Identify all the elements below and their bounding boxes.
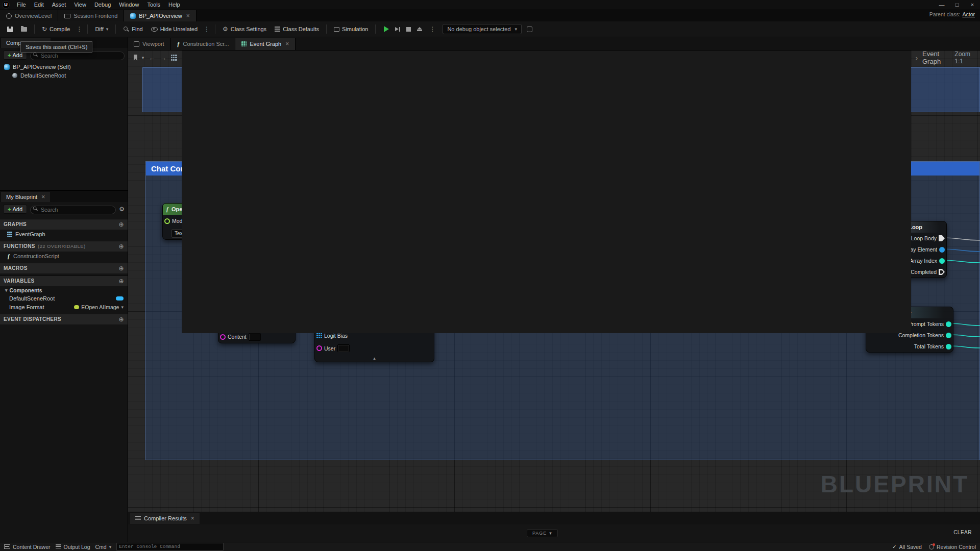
browse-button[interactable]: [18, 26, 30, 33]
menu-debug[interactable]: Debug: [90, 1, 115, 9]
debug-object-select[interactable]: No debug object selected ▾: [443, 24, 522, 34]
components-tree-root[interactable]: BP_APIOverview (Self): [0, 63, 128, 71]
play-options-icon[interactable]: ⋮: [428, 26, 436, 33]
section-variables[interactable]: VARIABLES ⊕: [0, 276, 128, 286]
add-graph-icon[interactable]: ⊕: [119, 221, 124, 228]
compile-options-icon[interactable]: ⋮: [75, 26, 83, 33]
tab-viewport[interactable]: Viewport: [128, 38, 171, 50]
components-search-input[interactable]: [30, 52, 125, 60]
close-tab-icon[interactable]: ×: [186, 12, 190, 19]
pin-group: Loop Body: [911, 235, 945, 241]
content-pin[interactable]: [220, 334, 226, 340]
minimize-button[interactable]: —: [934, 2, 949, 8]
collapse-chevron[interactable]: ▴: [315, 355, 434, 362]
clear-button[interactable]: CLEAR: [953, 530, 972, 535]
close-icon[interactable]: ×: [41, 193, 45, 201]
enum-type-pill: [74, 305, 79, 309]
pin-value-field[interactable]: [249, 333, 261, 341]
array-element-pin[interactable]: [939, 247, 945, 253]
frame-skip-button[interactable]: [395, 27, 400, 32]
breadcrumb-current[interactable]: Event Graph: [922, 50, 950, 65]
men-window[interactable]: Window: [115, 1, 143, 9]
chevron-down-icon[interactable]: ▾: [142, 55, 144, 60]
array-index-pin[interactable]: [939, 258, 945, 264]
forward-button[interactable]: →: [160, 54, 166, 62]
my-blueprint-search-input[interactable]: [30, 206, 116, 214]
close-icon[interactable]: ×: [191, 515, 194, 522]
tab-label: Event Graph: [250, 41, 281, 47]
diff-button[interactable]: Diff▾: [92, 24, 111, 34]
console-command-input[interactable]: [116, 543, 224, 550]
add-variable-icon[interactable]: ⊕: [119, 278, 124, 285]
add-macro-icon[interactable]: ⊕: [119, 265, 124, 272]
stop-button[interactable]: [406, 27, 411, 32]
menu-edit[interactable]: Edit: [30, 1, 48, 9]
section-event-dispatchers[interactable]: EVENT DISPATCHERS ⊕: [0, 314, 128, 324]
plus-icon: +: [8, 52, 11, 58]
hide-unrelated-options-icon[interactable]: ⋮: [203, 26, 211, 33]
section-functions[interactable]: FUNCTIONS (22 OVERRIDABLE) ⊕: [0, 241, 128, 252]
variable-value-dropdown[interactable]: EOpen AIImage ▾: [74, 304, 124, 310]
hide-unrelated-button[interactable]: Hide Unrelated: [148, 24, 201, 34]
tab-session-frontend[interactable]: Session Frontend: [58, 10, 124, 21]
save-status[interactable]: ✓ All Saved: [892, 544, 922, 550]
revision-control-button[interactable]: Revision Control: [929, 544, 976, 550]
constructionscript-item[interactable]: ƒ ConstructionScript: [0, 252, 128, 261]
content-drawer-button[interactable]: Content Drawer: [4, 544, 51, 550]
compile-button[interactable]: ↻Compile: [39, 24, 73, 34]
add-dispatcher-icon[interactable]: ⊕: [119, 316, 124, 323]
tab-my-blueprint[interactable]: My Blueprint ×: [1, 192, 50, 202]
eject-button[interactable]: [417, 27, 422, 31]
components-tree-item[interactable]: DefaultSceneRoot: [0, 71, 128, 80]
cmd-dropdown[interactable]: Cmd ▾: [95, 544, 112, 550]
add-function-icon[interactable]: ⊕: [119, 243, 124, 250]
eventgraph-item[interactable]: EventGraph: [0, 230, 128, 239]
loop-body-pin[interactable]: [939, 235, 945, 241]
menu-help[interactable]: Help: [164, 1, 184, 9]
menu-asset[interactable]: Asset: [48, 1, 70, 9]
prompt-tokens-pin[interactable]: [946, 321, 951, 327]
tab-event-graph[interactable]: Event Graph ×: [235, 38, 296, 50]
logit-bias-pin[interactable]: [316, 333, 322, 338]
output-log-button[interactable]: Output Log: [56, 544, 90, 550]
pin-value-field[interactable]: [337, 344, 350, 352]
play-button[interactable]: [384, 26, 389, 32]
total-tokens-pin[interactable]: [946, 344, 951, 349]
menu-tools[interactable]: Tools: [143, 1, 164, 9]
completion-tokens-pin[interactable]: [946, 333, 951, 338]
variable-defaultsceneroot[interactable]: DefaultSceneRoot: [0, 294, 128, 303]
hide-unrelated-label: Hide Unrelated: [160, 26, 198, 32]
variables-components-group[interactable]: ▾ Components: [0, 286, 128, 294]
debug-browse-button[interactable]: [524, 25, 535, 34]
back-button[interactable]: ←: [149, 54, 155, 62]
breadcrumb-root[interactable]: BP_APIOverview: [182, 50, 911, 333]
close-icon[interactable]: ×: [285, 40, 289, 47]
compiler-results-label: Compiler Results: [144, 515, 187, 521]
parent-class-link[interactable]: Actor: [962, 11, 975, 17]
find-button[interactable]: Find: [120, 24, 145, 34]
class-settings-button[interactable]: ⚙Class Settings: [219, 24, 270, 34]
model-pin[interactable]: [164, 218, 170, 224]
tab-overviewlevel[interactable]: OverviewLevel: [0, 10, 58, 21]
variable-image-format[interactable]: Image Format EOpen AIImage ▾: [0, 303, 128, 312]
maximize-button[interactable]: □: [949, 2, 965, 8]
section-graphs[interactable]: GRAPHS ⊕: [0, 219, 128, 230]
menu-file[interactable]: File: [13, 1, 30, 9]
close-button[interactable]: ×: [965, 2, 980, 8]
page-dropdown[interactable]: PAGE ▾: [527, 529, 558, 537]
user-pin[interactable]: [316, 345, 322, 351]
eye-icon: [151, 27, 158, 32]
class-defaults-button[interactable]: Class Defaults: [272, 24, 322, 34]
tab-bp-apioverview[interactable]: BP_APIOverview ×: [124, 10, 196, 21]
save-button[interactable]: [4, 25, 16, 34]
settings-gear-icon[interactable]: ⚙: [119, 206, 125, 212]
tab-construction-script[interactable]: ƒ Construction Scr...: [171, 38, 236, 50]
graph-canvas[interactable]: ▾ ← → BP_APIOverview › Event Graph Zoom …: [128, 50, 980, 512]
tab-compiler-results[interactable]: Compiler Results ×: [130, 513, 200, 524]
simulation-button[interactable]: Simulation: [331, 24, 371, 34]
add-blueprint-item-button[interactable]: +Add: [3, 205, 27, 214]
menu-view[interactable]: View: [70, 1, 90, 9]
section-macros[interactable]: MACROS ⊕: [0, 263, 128, 273]
bookmark-icon[interactable]: [134, 55, 137, 61]
completed-pin[interactable]: [939, 269, 945, 275]
